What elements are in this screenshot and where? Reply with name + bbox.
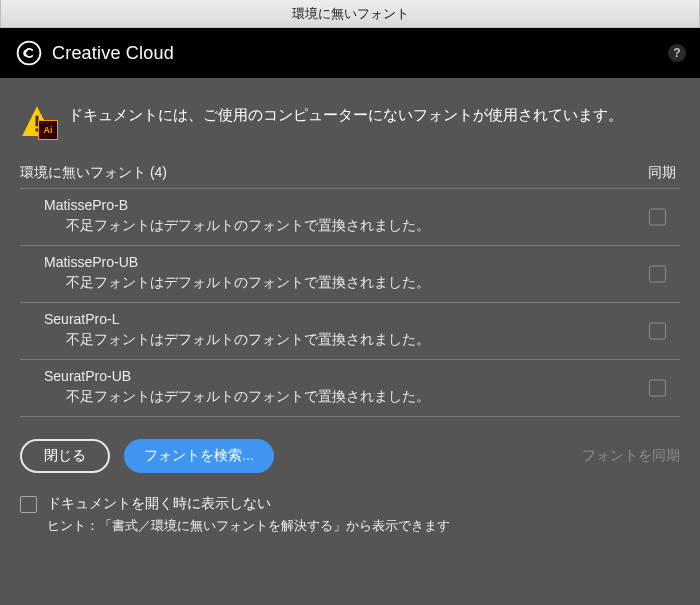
missing-fonts-dialog: 環境に無いフォント Creative Cloud ? Ai ドキュメントには、ご… <box>0 0 700 605</box>
creative-cloud-icon <box>16 40 42 66</box>
list-item: SeuratPro-UB 不足フォントはデフォルトのフォントで置換されました。 <box>20 359 680 417</box>
list-item: MatissePro-B 不足フォントはデフォルトのフォントで置換されました。 <box>20 188 680 245</box>
alert-text: ドキュメントには、ご使用のコンピューターにないフォントが使用されています。 <box>68 104 623 127</box>
sync-column-heading: 同期 <box>648 164 676 182</box>
button-row: 閉じる フォントを検索... フォントを同期 <box>20 439 680 473</box>
font-name: MatissePro-B <box>44 197 670 213</box>
svg-point-0 <box>18 42 41 65</box>
header-bar: Creative Cloud ? <box>0 28 700 78</box>
close-button[interactable]: 閉じる <box>20 439 110 473</box>
find-fonts-button[interactable]: フォントを検索... <box>124 439 274 473</box>
window-title: 環境に無いフォント <box>292 5 409 23</box>
bottom-option: ドキュメントを開く時に表示しない ヒント：「書式／環境に無いフォントを解決する」… <box>20 495 680 535</box>
font-status-message: 不足フォントはデフォルトのフォントで置換されました。 <box>66 331 670 349</box>
font-status-message: 不足フォントはデフォルトのフォントで置換されました。 <box>66 388 670 406</box>
missing-font-list: MatissePro-B 不足フォントはデフォルトのフォントで置換されました。 … <box>20 188 680 417</box>
header-title: Creative Cloud <box>52 43 174 64</box>
window-titlebar: 環境に無いフォント <box>0 0 700 28</box>
font-status-message: 不足フォントはデフォルトのフォントで置換されました。 <box>66 274 670 292</box>
hint-text: ヒント：「書式／環境に無いフォントを解決する」から表示できます <box>47 517 680 535</box>
dont-show-label: ドキュメントを開く時に表示しない <box>47 495 271 513</box>
list-item: SeuratPro-L 不足フォントはデフォルトのフォントで置換されました。 <box>20 302 680 359</box>
alert-row: Ai ドキュメントには、ご使用のコンピューターにないフォントが使用されています。 <box>20 104 680 138</box>
list-header: 環境に無いフォント (4) 同期 <box>20 164 680 182</box>
dont-show-checkbox[interactable] <box>20 496 37 513</box>
font-name: MatissePro-UB <box>44 254 670 270</box>
sync-fonts-button: フォントを同期 <box>582 447 680 465</box>
illustrator-badge-icon: Ai <box>38 120 58 140</box>
sync-checkbox[interactable] <box>649 209 666 226</box>
font-name: SeuratPro-L <box>44 311 670 327</box>
sync-checkbox[interactable] <box>649 380 666 397</box>
sync-checkbox[interactable] <box>649 266 666 283</box>
list-item: MatissePro-UB 不足フォントはデフォルトのフォントで置換されました。 <box>20 245 680 302</box>
list-heading: 環境に無いフォント (4) <box>20 164 167 182</box>
help-button[interactable]: ? <box>668 44 686 62</box>
sync-checkbox[interactable] <box>649 323 666 340</box>
font-status-message: 不足フォントはデフォルトのフォントで置換されました。 <box>66 217 670 235</box>
font-name: SeuratPro-UB <box>44 368 670 384</box>
warning-icon: Ai <box>20 104 54 138</box>
